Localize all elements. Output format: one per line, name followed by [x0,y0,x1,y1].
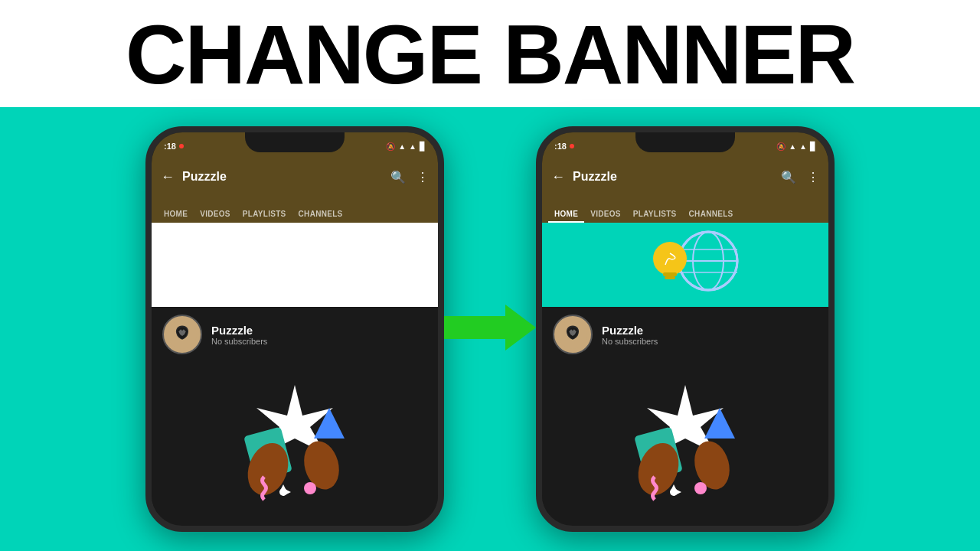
banner-blank [152,223,438,307]
bell-icon-right: 🔕 [776,142,786,151]
arrow-container [444,301,536,357]
app-bar-icons-left: 🔍 ⋮ [390,170,429,184]
status-bar-left: :18 🔕 ▲ ▲ ▊ [152,132,438,160]
tab-playlists-left[interactable]: PLAYLISTS [237,204,292,223]
banner-decoration-svg [609,227,762,303]
app-bar-left: ← Puzzzle 🔍 ⋮ [152,160,438,194]
back-button-right[interactable]: ← [551,169,565,185]
title-area: CHANGE BANNER [0,0,980,107]
back-button-left[interactable]: ← [161,169,175,185]
channel-name-left: Puzzzle [211,324,267,337]
tab-videos-right[interactable]: VIDEOS [584,204,627,223]
svg-marker-8 [444,305,536,350]
app-bar-icons-right: 🔍 ⋮ [781,170,819,184]
tab-videos-left[interactable]: VIDEOS [194,204,237,223]
status-dot-left [179,144,184,148]
phone-before: :18 🔕 ▲ ▲ ▊ ← Puzzzle 🔍 ⋮ [145,126,444,532]
svg-rect-17 [665,276,675,279]
avatar-right [553,315,593,354]
signal-icon-right: ▲ [799,142,807,151]
svg-point-6 [304,482,316,494]
channel-subs-right: No subscribers [602,337,658,346]
app-title-right: Puzzzle [573,170,773,184]
tab-playlists-right[interactable]: PLAYLISTS [627,204,683,223]
status-icons-left: 🔕 ▲ ▲ ▊ [386,142,426,152]
sticker-area-right [542,362,828,515]
tab-channels-right[interactable]: CHANNELS [683,204,740,223]
phones-container: :18 🔕 ▲ ▲ ▊ ← Puzzzle 🔍 ⋮ [0,107,980,551]
sticker-svg-left [218,370,371,507]
svg-rect-16 [663,272,677,276]
channel-text-left: Puzzzle No subscribers [211,324,267,346]
battery-icon: ▊ [420,142,426,152]
app-title-left: Puzzzle [182,170,383,184]
sticker-area-left [152,362,438,515]
tab-home-left[interactable]: HOME [158,204,194,223]
search-icon-left[interactable]: 🔍 [390,170,406,184]
search-icon-right[interactable]: 🔍 [781,170,796,184]
tab-home-right[interactable]: HOME [548,204,584,223]
status-dot-right [570,144,574,148]
sticker-svg-right [609,370,762,507]
wifi-icon-right: ▲ [789,142,796,151]
battery-icon-right: ▊ [810,142,816,152]
avatar-icon-right [558,320,587,349]
avatar-icon-left [168,320,197,349]
more-icon-right[interactable]: ⋮ [807,170,819,184]
banner-with-art [542,223,828,307]
bell-icon: 🔕 [386,142,395,151]
signal-icon: ▲ [409,142,416,151]
channel-name-right: Puzzzle [602,324,658,337]
tab-channels-left[interactable]: CHANNELS [292,204,349,223]
banner-image [542,223,828,307]
channel-subs-left: No subscribers [211,337,267,346]
main-content-area: :18 🔕 ▲ ▲ ▊ ← Puzzzle 🔍 ⋮ [0,107,980,551]
status-bar-right: :18 🔕 ▲ ▲ ▊ [542,132,828,160]
channel-info-right: Puzzzle No subscribers [542,307,828,362]
more-icon-left[interactable]: ⋮ [416,170,429,184]
wifi-icon: ▲ [398,142,406,151]
channel-text-right: Puzzzle No subscribers [602,324,658,346]
avatar-left [162,315,202,354]
channel-info-left: Puzzzle No subscribers [152,307,438,362]
phone-after: :18 🔕 ▲ ▲ ▊ ← Puzzzle 🔍 ⋮ [536,126,835,532]
page-title: CHANGE BANNER [126,12,854,96]
status-time-right: :18 [554,142,574,151]
nav-tabs-left: HOME VIDEOS PLAYLISTS CHANNELS [152,194,438,223]
arrow-icon [444,301,536,354]
status-time-left: :18 [164,142,184,151]
app-bar-right: ← Puzzzle 🔍 ⋮ [542,160,828,194]
status-icons-right: 🔕 ▲ ▲ ▊ [776,142,816,152]
nav-tabs-right: HOME VIDEOS PLAYLISTS CHANNELS [542,194,828,223]
svg-point-24 [694,482,707,494]
blank-banner [152,223,438,307]
